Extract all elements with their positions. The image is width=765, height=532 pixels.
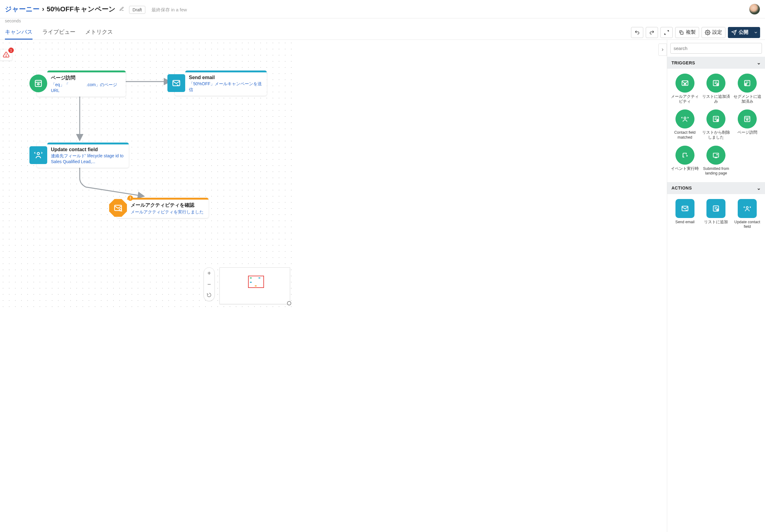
trigger-list-removed[interactable]: リストから削除しました [702, 110, 731, 140]
action-label: リストに追加 [703, 220, 728, 225]
trigger-page-visit[interactable]: ページ訪問 [732, 110, 762, 140]
svg-point-1 [707, 32, 709, 33]
duplicate-label: 複製 [686, 29, 696, 36]
page-title: 50%OFFキャンペーン [47, 5, 116, 14]
avatar[interactable] [749, 4, 760, 15]
publish-group: 公開 [728, 27, 760, 38]
node-mail-activity[interactable]: ! メールアクティビティを確認 メールアクティビティを実行しました [117, 198, 209, 218]
landing-page-icon [706, 146, 725, 165]
breadcrumb-root[interactable]: ジャーニー [5, 5, 40, 14]
update-contact-icon [29, 146, 47, 164]
chevron-down-icon: ⌄ [757, 60, 761, 66]
svg-point-21 [686, 156, 687, 156]
trigger-label: ページ訪問 [737, 130, 758, 135]
action-update-contact[interactable]: Update contact field [732, 199, 762, 230]
node-subtitle: 「50%OFF」メールキャンペーンを送信 [189, 81, 263, 93]
tab-metrics[interactable]: メトリクス [85, 25, 113, 40]
toolbar: 複製 設定 公開 [631, 27, 760, 38]
action-list-add[interactable]: リストに追加 [702, 199, 731, 230]
node-subtitle: 連絡先フィールド' lifecycle stage id to Sales Qu… [51, 153, 125, 165]
actions-section-header[interactable]: ACTIONS ⌄ [667, 182, 765, 194]
send-email-icon [167, 74, 185, 92]
contact-field-icon [675, 110, 694, 129]
action-label: Update contact field [732, 220, 762, 230]
node-title: ページ訪問 [51, 75, 122, 81]
action-label: Send email [675, 220, 695, 225]
trigger-segment-added[interactable]: セグメントに追加済み [732, 74, 762, 104]
svg-point-10 [119, 209, 122, 211]
chevron-down-icon: ⌄ [757, 185, 761, 191]
tab-live-view[interactable]: ライブビュー [42, 25, 75, 40]
trigger-list-added[interactable]: リストに追加済み [702, 74, 731, 104]
event-run-icon [675, 146, 694, 165]
node-send-email[interactable]: Send email 「50%OFF」メールキャンペーンを送信 [175, 71, 267, 96]
settings-label: 設定 [712, 29, 722, 36]
page-visit-icon [738, 110, 757, 129]
edit-title-icon[interactable] [119, 6, 124, 13]
tab-canvas[interactable]: キャンバス [5, 25, 33, 40]
actions-header-label: ACTIONS [671, 186, 692, 191]
app-header: ジャーニー › 50%OFFキャンペーン Draft 最終保存 in a few [0, 0, 765, 18]
main-area: 1 ページ訪問 [0, 40, 765, 532]
zoom-controls: + − [204, 267, 215, 301]
node-title: Update contact field [51, 147, 125, 152]
breadcrumb-separator: › [42, 5, 44, 13]
trigger-label: イベント実行時 [670, 167, 699, 172]
publish-label: 公開 [739, 29, 748, 36]
trigger-label: リストに追加済み [702, 95, 731, 104]
action-send-email[interactable]: Send email [670, 199, 700, 230]
fullscreen-button[interactable] [660, 27, 673, 38]
svg-point-6 [38, 83, 39, 85]
palette-sidebar: TRIGGERS ⌄ メールアクティビティ リストに追加済み セグメントに追加済… [667, 40, 765, 532]
node-warning-badge: ! [128, 195, 133, 201]
trigger-mail-activity[interactable]: メールアクティビティ [670, 74, 700, 104]
zoom-reset-button[interactable] [204, 290, 215, 301]
last-saved-suffix: seconds [0, 18, 765, 25]
segment-added-icon [738, 74, 757, 93]
tabs: キャンバス ライブビュー メトリクス [5, 25, 113, 40]
svg-point-20 [747, 119, 748, 120]
trigger-landing-page-submit[interactable]: Submitted from landing page [702, 146, 731, 176]
sidebar-toggle[interactable] [658, 44, 667, 56]
list-removed-icon [706, 110, 725, 129]
svg-rect-0 [681, 32, 683, 34]
search-input[interactable] [670, 43, 762, 54]
list-add-icon [706, 199, 725, 218]
update-contact-icon [738, 199, 757, 218]
undo-button[interactable] [631, 27, 643, 38]
breadcrumb: ジャーニー › 50%OFFキャンペーン Draft 最終保存 in a few [5, 5, 187, 14]
trigger-label: Contact field matched [670, 130, 700, 140]
node-update-contact[interactable]: Update contact field 連絡先フィールド' lifecycle… [37, 143, 129, 168]
trigger-label: セグメントに追加済み [732, 95, 762, 104]
trigger-contact-field-matched[interactable]: Contact field matched [670, 110, 700, 140]
redo-button[interactable] [646, 27, 658, 38]
minimap-resize-handle[interactable] [287, 301, 291, 305]
minimap[interactable] [220, 267, 290, 304]
triggers-grid: メールアクティビティ リストに追加済み セグメントに追加済み Contact f… [667, 69, 765, 182]
mail-activity-check-icon [109, 199, 127, 217]
node-title: メールアクティビティを確認 [131, 202, 205, 209]
actions-grid: Send email リストに追加 Update contact field [667, 194, 765, 236]
publish-dropdown-button[interactable] [752, 27, 760, 38]
settings-button[interactable]: 設定 [702, 27, 725, 38]
trigger-label: リストから削除しました [702, 130, 731, 140]
node-page-visit[interactable]: ページ訪問 「eq」「 .com」のページURL [37, 71, 126, 97]
publish-button[interactable]: 公開 [728, 27, 752, 38]
svg-point-16 [684, 117, 686, 119]
node-title: Send email [189, 75, 263, 80]
page-visit-icon [29, 75, 47, 92]
tabs-row: キャンバス ライブビュー メトリクス 複製 設定 公開 [0, 25, 765, 40]
svg-point-8 [37, 152, 40, 155]
trigger-event-run[interactable]: イベント実行時 [670, 146, 700, 176]
zoom-in-button[interactable]: + [204, 268, 215, 279]
send-email-icon [675, 199, 694, 218]
triggers-header-label: TRIGGERS [671, 60, 695, 65]
canvas-viewport[interactable]: 1 ページ訪問 [0, 40, 667, 532]
journey-canvas[interactable]: ページ訪問 「eq」「 .com」のページURL Send em [0, 40, 294, 310]
trigger-label: Submitted from landing page [702, 167, 731, 176]
node-subtitle: 「eq」「 .com」のページURL [51, 82, 122, 94]
svg-rect-22 [713, 153, 719, 157]
triggers-section-header[interactable]: TRIGGERS ⌄ [667, 57, 765, 69]
zoom-out-button[interactable]: − [204, 279, 215, 290]
duplicate-button[interactable]: 複製 [675, 27, 699, 38]
